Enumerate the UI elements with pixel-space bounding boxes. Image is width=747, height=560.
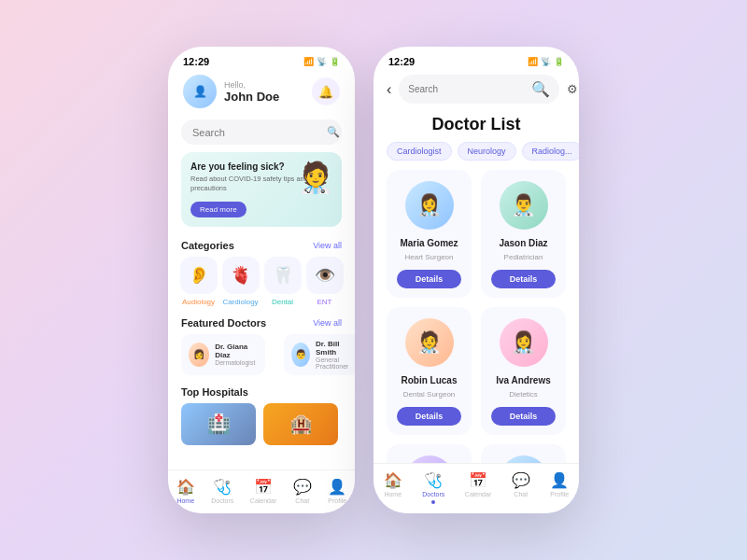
filter-tab-neurology[interactable]: Neurology	[458, 142, 516, 161]
doctor-card-3: 👩‍⚕️ Iva Andrews Dietetics Details	[481, 307, 566, 435]
filter-tab-radiology[interactable]: Radiolog...	[522, 142, 579, 161]
user-name: John Doe	[224, 90, 279, 104]
hospitals-title: Top Hospitals	[181, 386, 248, 398]
doctor-name-1: Jason Diaz	[499, 238, 547, 248]
doctor-spec-0: Heart Surgeon	[404, 253, 453, 261]
calendar-icon-right: 📅	[469, 471, 487, 489]
chat-label-right: Chat	[514, 491, 528, 497]
nav-profile-left[interactable]: 👤 Profile	[328, 478, 346, 504]
nav-calendar-left[interactable]: 📅 Calendar	[250, 478, 276, 504]
featured-title: Featured Doctors	[181, 317, 266, 329]
nav-active-dot	[431, 500, 435, 504]
calendar-icon-left: 📅	[254, 478, 273, 496]
home-label-left: Home	[176, 497, 194, 504]
audiology-label: Audiology	[182, 298, 215, 306]
left-phone: 12:29 📶 📡 🔋 👤 Hello, John Doe 🔔 🔍	[168, 47, 355, 513]
profile-icon-left: 👤	[328, 478, 346, 496]
search-icon-left: 🔍	[327, 126, 340, 138]
nav-doctors-left[interactable]: 🩺 Doctors	[211, 478, 233, 504]
ent-icon-box: 👁️	[306, 257, 344, 294]
battery-icon: 🔋	[330, 57, 340, 66]
doctors-icon-right: 🩺	[424, 471, 443, 489]
signal-icon-right: 📶	[528, 57, 538, 66]
categories-view-all[interactable]: View all	[313, 241, 342, 250]
filter-icon[interactable]: ⚙	[567, 82, 578, 96]
read-more-button[interactable]: Read more	[190, 202, 247, 217]
nav-chat-right[interactable]: 💬 Chat	[512, 471, 530, 504]
doctor-name-0: Maria Gomez	[400, 238, 458, 248]
status-icons-left: 📶 📡 🔋	[303, 57, 340, 66]
hospitals-header: Top Hospitals	[168, 383, 355, 403]
nav-profile-right[interactable]: 👤 Profile	[550, 471, 569, 504]
category-dental[interactable]: 🦷 Dental	[264, 257, 302, 306]
hospital-thumb-1[interactable]: 🏨	[263, 403, 338, 445]
doctor-name-3: Iva Andrews	[496, 375, 551, 385]
signal-icon: 📶	[303, 57, 314, 66]
nav-calendar-right[interactable]: 📅 Calendar	[465, 471, 491, 504]
bottom-nav-right: 🏠 Home 🩺 Doctors 📅 Calendar 💬 Chat 👤 Pro…	[374, 463, 579, 513]
category-audiology[interactable]: 👂 Audiology	[180, 257, 218, 306]
doctor-spec-2: Dental Surgeon	[403, 390, 456, 399]
featured-doc-info-1: Dr. Bill Smith General Practitioner	[316, 340, 355, 370]
left-header: 👤 Hello, John Doe 🔔	[168, 71, 355, 116]
wifi-icon: 📡	[317, 57, 327, 66]
home-label-right: Home	[384, 491, 402, 497]
banner: Are you feeling sick? Read about COVID-1…	[181, 152, 342, 227]
details-button-3[interactable]: Details	[491, 407, 557, 426]
doctor-avatar-1: 👨‍⚕️	[500, 181, 548, 230]
details-button-1[interactable]: Details	[491, 270, 557, 288]
featured-doctor-0[interactable]: 👩 Dr. Giana Diaz Dermatologist	[181, 334, 265, 375]
cardiology-label: Cardiology	[222, 298, 258, 306]
notification-button[interactable]: 🔔	[312, 77, 340, 105]
featured-header: Featured Doctors View all	[168, 314, 355, 334]
status-bar-right: 12:29 📶 📡 🔋	[374, 47, 579, 71]
doctor-avatar-2: 🧑‍⚕️	[405, 318, 454, 367]
doctor-avatar-3: 👩‍⚕️	[500, 318, 548, 367]
featured-doc-spec-1: General Practitioner	[316, 357, 355, 370]
featured-doc-name-1: Dr. Bill Smith	[316, 340, 355, 357]
nav-home-left[interactable]: 🏠 Home	[176, 478, 195, 504]
featured-doctor-1[interactable]: 👨 Dr. Bill Smith General Practitioner	[284, 334, 355, 375]
doctor-card-1: 👨‍⚕️ Jason Diaz Pediatrician Details	[481, 170, 566, 298]
back-button[interactable]: ‹	[387, 81, 391, 98]
home-icon-right: 🏠	[384, 471, 402, 489]
categories-title: Categories	[181, 240, 234, 251]
featured-view-all[interactable]: View all	[313, 318, 342, 328]
doctor-spec-1: Pediatrician	[504, 253, 543, 261]
battery-icon-right: 🔋	[554, 57, 564, 66]
search-input-left[interactable]	[192, 127, 321, 138]
phones-container: 12:29 📶 📡 🔋 👤 Hello, John Doe 🔔 🔍	[168, 47, 579, 513]
search-bar-right[interactable]: 🔍	[399, 75, 559, 104]
time-left: 12:29	[183, 56, 209, 67]
featured-doc-spec-0: Dermatologist	[215, 359, 258, 366]
search-icon-right: 🔍	[531, 80, 550, 98]
search-input-right[interactable]	[408, 84, 527, 94]
chat-icon-right: 💬	[512, 471, 530, 489]
featured-avatar-1: 👨	[291, 343, 310, 367]
nav-home-right[interactable]: 🏠 Home	[384, 471, 402, 504]
doctors-icon-left: 🩺	[213, 478, 232, 496]
avatar: 👤	[183, 75, 217, 108]
doctor-spec-3: Dietetics	[509, 390, 538, 399]
details-button-0[interactable]: Details	[397, 270, 462, 288]
search-bar-left[interactable]: 🔍	[181, 119, 342, 145]
dental-label: Dental	[272, 298, 293, 306]
doctor-name-2: Robin Lucas	[401, 375, 457, 385]
nav-doctors-right[interactable]: 🩺 Doctors	[422, 471, 444, 504]
bottom-nav-left: 🏠 Home 🩺 Doctors 📅 Calendar 💬 Chat 👤 Pro…	[168, 469, 355, 513]
doctor-card-2: 🧑‍⚕️ Robin Lucas Dental Surgeon Details	[387, 307, 472, 435]
category-cardiology[interactable]: 🫀 Cardiology	[222, 257, 260, 306]
hospital-thumb-0[interactable]: 🏥	[181, 403, 256, 445]
category-ent[interactable]: 👁️ ENT	[306, 257, 344, 306]
calendar-label-right: Calendar	[465, 491, 491, 497]
nav-chat-left[interactable]: 💬 Chat	[293, 478, 312, 504]
audiology-icon-box: 👂	[180, 257, 218, 294]
details-button-2[interactable]: Details	[397, 407, 462, 426]
right-header: ‹ 🔍 ⚙	[374, 71, 579, 111]
page-title: Doctor List	[374, 111, 579, 142]
wifi-icon-right: 📡	[541, 57, 551, 66]
calendar-label-left: Calendar	[250, 497, 276, 504]
filter-tab-cardiologist[interactable]: Cardiologist	[387, 142, 452, 161]
profile-label-right: Profile	[550, 491, 569, 497]
greeting-block: Hello, John Doe	[224, 80, 279, 104]
